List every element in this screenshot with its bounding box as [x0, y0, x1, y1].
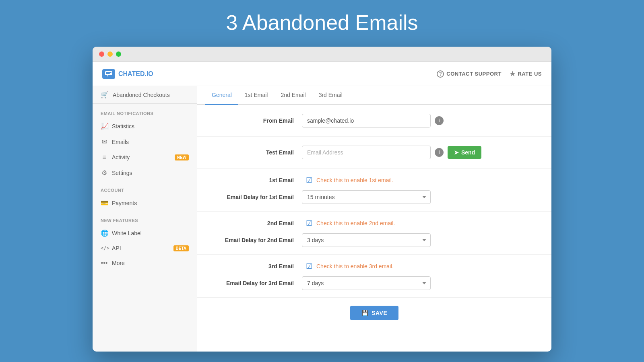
test-email-label: Test Email — [213, 149, 302, 156]
email-1-enable-text: Check this to enable 1st email. — [316, 177, 393, 183]
email-3-checkbox[interactable]: ☑ — [306, 262, 312, 271]
from-email-row: From Email i — [213, 114, 535, 128]
email-1-enable-content: ☑ Check this to enable 1st email. — [306, 176, 393, 185]
sidebar-white-label-label: White Label — [112, 230, 142, 237]
app-window: CHATED.IO ? CONTACT SUPPORT ★ RATE US 🛒 … — [93, 47, 551, 352]
email-3-delay-row: Email Delay for 3rd Email 1 day 2 days 3… — [197, 276, 551, 297]
activity-badge: New — [175, 154, 189, 160]
content-area: General 1st Email 2nd Email 3rd Email Fr… — [197, 86, 551, 352]
email-2-label: 2nd Email — [213, 220, 302, 226]
email-3-delay-select[interactable]: 1 day 2 days 3 days 5 days 7 days — [302, 276, 431, 290]
sidebar-item-api[interactable]: </> API Beta — [93, 241, 197, 255]
send-button[interactable]: ➤ Send — [448, 146, 481, 159]
credit-card-icon: 💳 — [101, 199, 108, 207]
tab-general[interactable]: General — [205, 86, 238, 105]
sidebar-payments-label: Payments — [112, 200, 137, 206]
sidebar-item-emails[interactable]: ✉ Emails — [93, 134, 197, 150]
section-new-features: New Features — [93, 211, 197, 225]
app-bar-actions: ? CONTACT SUPPORT ★ RATE US — [437, 70, 542, 78]
email-2-enable-content: ☑ Check this to enable 2nd email. — [306, 219, 395, 228]
rate-us-button[interactable]: ★ RATE US — [510, 70, 542, 78]
globe-icon: 🌐 — [101, 229, 108, 237]
email-2-delay-row: Email Delay for 2nd Email 1 day 2 days 3… — [197, 233, 551, 254]
section-account: Account — [93, 181, 197, 195]
email-3-enable-text: Check this to enable 3rd email. — [316, 263, 394, 269]
email-2-enable-row: 2nd Email ☑ Check this to enable 2nd ema… — [197, 212, 551, 233]
sidebar-item-abandoned-checkouts[interactable]: 🛒 Abandoned Checkouts — [93, 86, 197, 104]
email-2-checkbox[interactable]: ☑ — [306, 219, 312, 228]
svg-rect-1 — [106, 72, 111, 73]
svg-rect-2 — [106, 73, 110, 74]
gear-icon: ⚙ — [101, 169, 108, 177]
email-3-block: 3rd Email ☑ Check this to enable 3rd ema… — [197, 255, 551, 298]
from-email-info-icon[interactable]: i — [435, 116, 444, 125]
from-email-controls: i — [302, 114, 535, 128]
email-2-enable-text: Check this to enable 2nd email. — [316, 220, 395, 226]
close-button[interactable] — [99, 51, 104, 57]
sidebar-item-statistics[interactable]: 📈 Statistics — [93, 118, 197, 134]
titlebar — [93, 47, 551, 62]
envelope-icon: ✉ — [101, 138, 108, 146]
tab-1st-email[interactable]: 1st Email — [238, 86, 275, 105]
tab-3rd-email[interactable]: 3rd Email — [312, 86, 349, 105]
question-icon: ? — [437, 70, 444, 78]
sidebar-emails-label: Emails — [112, 139, 129, 145]
api-badge: Beta — [173, 245, 189, 251]
logo-icon — [102, 69, 115, 79]
save-label: SAVE — [372, 310, 387, 316]
email-1-enable-row: 1st Email ☑ Check this to enable 1st ema… — [197, 169, 551, 190]
test-email-controls: i ➤ Send — [302, 146, 535, 159]
page-title: 3 Abandoned Emails — [226, 10, 418, 35]
contact-support-button[interactable]: ? CONTACT SUPPORT — [437, 70, 502, 78]
cart-icon: 🛒 — [101, 91, 109, 99]
logo: CHATED.IO — [102, 69, 153, 79]
save-icon: 💾 — [361, 310, 369, 316]
save-section: 💾 SAVE — [197, 298, 551, 328]
email-1-label: 1st Email — [213, 177, 302, 183]
email-3-enable-row: 3rd Email ☑ Check this to enable 3rd ema… — [197, 255, 551, 276]
sidebar-item-settings[interactable]: ⚙ Settings — [93, 165, 197, 181]
sidebar: 🛒 Abandoned Checkouts Email Notification… — [93, 86, 197, 352]
star-icon: ★ — [510, 70, 516, 78]
email-2-delay-label: Email Delay for 2nd Email — [213, 237, 302, 243]
list-icon: ≡ — [101, 154, 108, 161]
sidebar-item-activity[interactable]: ≡ Activity New — [93, 150, 197, 165]
ellipsis-icon: ••• — [101, 259, 108, 267]
code-icon: </> — [101, 245, 108, 251]
minimize-button[interactable] — [107, 51, 113, 57]
email-3-delay-label: Email Delay for 3rd Email — [213, 280, 302, 286]
from-email-input[interactable] — [302, 114, 431, 128]
email-2-delay-select[interactable]: 1 day 2 days 3 days 5 days 7 days — [302, 233, 431, 247]
save-button[interactable]: 💾 SAVE — [350, 306, 399, 320]
from-email-label: From Email — [213, 117, 302, 124]
from-email-section: From Email i — [197, 105, 551, 137]
svg-marker-3 — [107, 75, 108, 77]
sidebar-api-label: API — [112, 245, 121, 251]
tab-2nd-email[interactable]: 2nd Email — [274, 86, 312, 105]
sidebar-item-payments[interactable]: 💳 Payments — [93, 195, 197, 211]
email-1-delay-row: Email Delay for 1st Email 15 minutes 30 … — [197, 190, 551, 211]
sidebar-settings-label: Settings — [112, 170, 132, 176]
test-email-row: Test Email i ➤ Send — [213, 146, 535, 159]
test-email-input[interactable] — [302, 146, 431, 159]
test-email-section: Test Email i ➤ Send — [197, 137, 551, 169]
sidebar-activity-label: Activity — [112, 154, 130, 160]
send-icon: ➤ — [454, 149, 459, 156]
email-1-delay-label: Email Delay for 1st Email — [213, 194, 302, 200]
rate-us-label: RATE US — [518, 71, 542, 77]
email-1-checkbox[interactable]: ☑ — [306, 176, 312, 185]
email-1-delay-select[interactable]: 15 minutes 30 minutes 1 hour 2 hours — [302, 190, 431, 204]
test-email-info-icon[interactable]: i — [435, 148, 444, 157]
contact-support-label: CONTACT SUPPORT — [446, 71, 502, 77]
send-label: Send — [461, 149, 475, 156]
sidebar-item-more[interactable]: ••• More — [93, 255, 197, 271]
sidebar-top-item-label: Abandoned Checkouts — [113, 92, 170, 98]
sidebar-item-white-label[interactable]: 🌐 White Label — [93, 225, 197, 241]
email-3-label: 3rd Email — [213, 263, 302, 269]
main-layout: 🛒 Abandoned Checkouts Email Notification… — [93, 86, 551, 352]
section-email-notifications: Email Notifications — [93, 104, 197, 118]
logo-text: CHATED.IO — [118, 70, 153, 78]
tab-bar: General 1st Email 2nd Email 3rd Email — [197, 86, 551, 105]
maximize-button[interactable] — [116, 51, 121, 57]
app-bar: CHATED.IO ? CONTACT SUPPORT ★ RATE US — [93, 62, 551, 86]
